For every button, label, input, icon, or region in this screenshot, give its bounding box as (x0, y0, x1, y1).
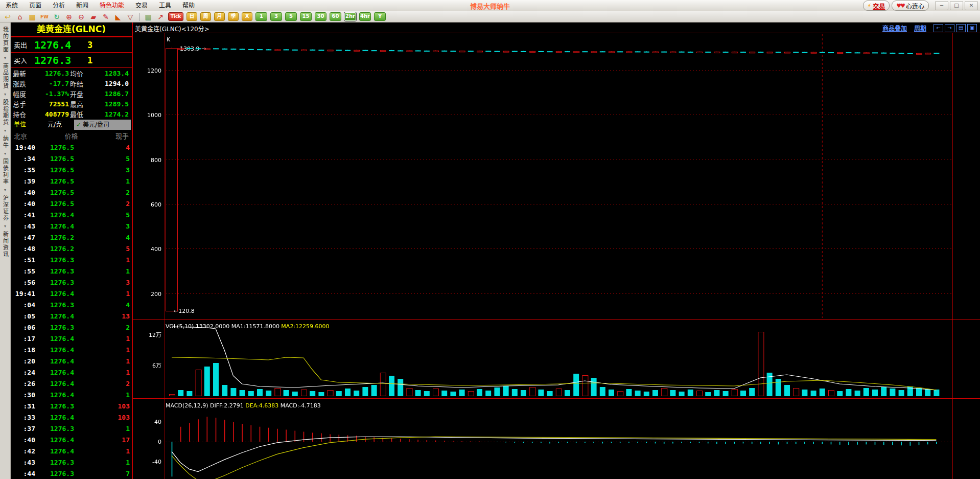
tick-price: 1276.4 (35, 333, 74, 345)
tick-row: :401276.52 (11, 198, 132, 210)
period-button-30[interactable]: 30 (315, 12, 326, 21)
period-button-5[interactable]: 5 (285, 12, 297, 21)
menu-item-工具[interactable]: 工具 (153, 1, 177, 11)
period-button-季[interactable]: 季 (228, 12, 239, 21)
calendar-icon[interactable]: ▦ (28, 12, 37, 21)
period-button-Y[interactable]: Y (374, 12, 386, 21)
eraser-icon[interactable]: ▰ (89, 12, 98, 21)
tick-price: 1276.5 (35, 187, 74, 198)
refresh-icon[interactable]: ↻ (52, 12, 61, 21)
menu-item-新闻[interactable]: 新闻 (71, 1, 94, 11)
tick-col-lots: 现手 (90, 131, 129, 142)
fw-icon[interactable]: FW (40, 12, 49, 21)
stat-value: -1.37% (31, 90, 70, 98)
stat-label: 最高 (70, 99, 91, 109)
tick-row: :311276.3103 (11, 401, 132, 412)
tick-lots: 1 (74, 288, 130, 300)
menu-item-分析[interactable]: 分析 (47, 1, 71, 11)
period-button-15[interactable]: 15 (300, 12, 312, 21)
minimize-button[interactable]: ─ (935, 1, 948, 10)
tick-lots: 3 (74, 165, 130, 176)
macd-canvas[interactable] (133, 399, 980, 479)
period-button-X[interactable]: X (242, 12, 252, 21)
next-window-button[interactable]: → (945, 24, 954, 32)
tick-chart-button[interactable]: Tick (168, 12, 183, 21)
menu-item-特色功能[interactable]: 特色功能 (94, 1, 130, 11)
pencil-icon[interactable]: ✎ (101, 12, 110, 21)
period-button-3[interactable]: 3 (270, 12, 282, 21)
tick-row: :341276.55 (11, 153, 132, 165)
stat-value: -17.7 (31, 80, 70, 87)
tick-price: 1276.4 (35, 288, 74, 300)
maximize-window-button[interactable]: ▣ (967, 24, 977, 32)
tick-price: 1276.4 (35, 412, 74, 423)
zoom-out-icon[interactable]: ⊖ (77, 12, 86, 21)
back-icon[interactable]: ↩ (3, 12, 12, 21)
period-button-周[interactable]: 周 (200, 12, 211, 21)
tick-lots: 4 (74, 142, 130, 153)
stat-label: 总手 (13, 99, 31, 109)
tick-row: :241276.41 (11, 367, 132, 378)
unit-option-yuan[interactable]: 元/克 (48, 119, 62, 130)
funnel-icon[interactable]: ▽ (126, 12, 135, 21)
home-icon[interactable]: ⌂ (15, 12, 25, 21)
tick-time: :20 (11, 356, 35, 367)
prev-window-button[interactable]: ← (934, 24, 943, 32)
tick-row: :051276.413 (11, 311, 132, 322)
sidebar-tab-国债利率[interactable]: 国债利率 (1, 158, 10, 185)
sidebar-tab-新闻资讯[interactable]: 新闻资讯 (1, 231, 10, 258)
tick-time: :40 (11, 187, 35, 198)
period-button-日[interactable]: 日 (186, 12, 197, 21)
trade-button[interactable]: ⚡ 交易 (863, 1, 890, 11)
heart-button-label: 心连心 (906, 2, 924, 10)
period-link[interactable]: 周期 (914, 24, 926, 32)
tick-time: :43 (11, 457, 35, 468)
bid-label: 买入 (11, 55, 34, 65)
bid-price: 1276.3 (34, 54, 87, 66)
sidebar-tab-纳牛[interactable]: 纳牛 (1, 135, 10, 149)
menu-item-帮助[interactable]: 帮助 (177, 1, 200, 11)
tick-price: 1276.4 (35, 378, 74, 390)
menu-item-系统[interactable]: 系统 (0, 1, 24, 11)
overlay-link[interactable]: 商品叠加 (882, 24, 907, 32)
tick-row: 19:411276.41 (11, 288, 132, 300)
ask-qty: 3 (87, 40, 92, 50)
period-button-4hr[interactable]: 4hr (359, 12, 371, 21)
tab-arrow-icon: ▾ (4, 151, 6, 156)
period-button-2hr[interactable]: 2hr (344, 12, 356, 21)
volume-canvas[interactable] (133, 320, 980, 398)
tick-time: :33 (11, 412, 35, 423)
trend-line-icon[interactable]: ↗ (156, 12, 165, 21)
ask-price: 1276.4 (34, 39, 87, 51)
unit-option-usd[interactable]: ✓美元/盎司 (74, 120, 131, 130)
period-button-1[interactable]: 1 (255, 12, 267, 21)
tick-time: :06 (11, 322, 35, 333)
tick-row: :261276.42 (11, 378, 132, 390)
sidebar-tab-商品期货[interactable]: 商品期货 (1, 63, 10, 89)
tick-time: :18 (11, 345, 35, 356)
tick-row: :561276.33 (11, 277, 132, 288)
restore-button[interactable]: □ (950, 1, 963, 10)
tick-row: :351276.53 (11, 165, 132, 176)
split-window-button[interactable]: ▤ (956, 24, 966, 32)
kline-canvas[interactable] (133, 33, 980, 319)
menu-item-页面[interactable]: 页面 (24, 1, 47, 11)
sidebar-tab-股指期货[interactable]: 股指期货 (1, 99, 10, 126)
sidebar-tab-我的页面[interactable]: 我的页面 (1, 27, 10, 53)
close-button[interactable]: ✕ (965, 1, 978, 10)
trade-button-label: 交易 (873, 2, 885, 10)
period-button-60[interactable]: 60 (330, 12, 341, 21)
stat-value: 1276.3 (31, 70, 70, 77)
stats-row: 涨跌-17.7昨结1294.0 (11, 78, 132, 88)
stat-value: 408779 (31, 110, 70, 118)
menu-item-交易[interactable]: 交易 (130, 1, 153, 11)
zoom-in-icon[interactable]: ⊕ (64, 12, 74, 21)
tick-lots: 4 (74, 232, 130, 243)
period-button-月[interactable]: 月 (214, 12, 225, 21)
tick-row: :201276.41 (11, 356, 132, 367)
horn-icon[interactable]: ◣ (113, 12, 123, 21)
stats-row: 总手72551最高1289.5 (11, 99, 132, 109)
quote-grid-icon[interactable]: ▦ (144, 12, 153, 21)
sidebar-tab-沪深证券[interactable]: 沪深证券 (1, 195, 10, 221)
heart-connect-button[interactable]: ♥♥ 心连心 (892, 1, 929, 11)
